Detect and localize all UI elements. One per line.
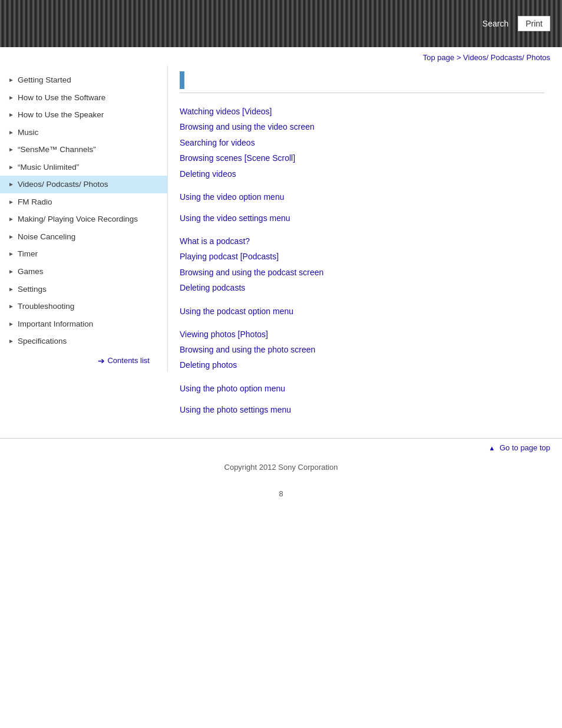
content-section-photo-settings: Using the photo settings menu [180, 405, 544, 414]
sidebar-arrow-icon: ► [8, 111, 14, 118]
content-section-video-settings: Using the video settings menu [180, 213, 544, 223]
sidebar-item-troubleshooting[interactable]: ► Troubleshooting [0, 298, 167, 315]
content-link[interactable]: Playing podcast [Podcasts] [180, 250, 544, 263]
content-link[interactable]: Browsing scenes [Scene Scroll] [180, 151, 544, 164]
sidebar-arrow-icon: ► [8, 233, 14, 241]
sidebar-item-label: Videos/ Podcasts/ Photos [18, 179, 161, 190]
sidebar-item-label: “SensMe™ Channels” [18, 144, 161, 155]
sidebar-item-label: Settings [18, 284, 161, 295]
sidebar-item-how-to-use-software[interactable]: ► How to Use the Software [0, 89, 167, 107]
content-link[interactable]: Viewing photos [Photos] [180, 328, 544, 341]
content-link[interactable]: What is a podcast? [180, 235, 544, 248]
contents-list-label: Contents list [107, 356, 150, 365]
sidebar-item-label: Noise Canceling [18, 232, 161, 242]
sidebar-arrow-icon: ► [8, 129, 14, 136]
sidebar-item-timer[interactable]: ► Timer [0, 245, 167, 263]
sidebar-arrow-icon: ► [8, 146, 14, 153]
sidebar-item-making-playing-voice[interactable]: ► Making/ Playing Voice Recordings [0, 210, 167, 228]
header: Search Print [0, 0, 562, 47]
search-button[interactable]: Search [478, 17, 513, 31]
sidebar-arrow-icon: ► [8, 337, 14, 345]
sidebar-item-music-unlimited[interactable]: ► “Music Unlimited” [0, 159, 167, 176]
print-button[interactable]: Print [518, 16, 550, 31]
sidebar-item-videos-podcasts-photos[interactable]: ► Videos/ Podcasts/ Photos [0, 176, 167, 193]
sidebar-arrow-icon: ► [8, 163, 14, 171]
go-to-top-icon: ▲ [488, 444, 495, 452]
content-link[interactable]: Watching videos [Videos] [180, 105, 544, 118]
sidebar-item-games[interactable]: ► Games [0, 263, 167, 281]
footer-bar: ▲ Go to page top [0, 438, 562, 457]
go-to-top-link[interactable]: ▲ Go to page top [488, 443, 550, 452]
sidebar-item-specifications[interactable]: ► Specifications [0, 332, 167, 350]
sidebar-item-fm-radio[interactable]: ► FM Radio [0, 193, 167, 211]
copyright-bar: Copyright 2012 Sony Corporation [0, 457, 562, 483]
section-heading-link[interactable]: Using the photo option menu [180, 384, 544, 393]
sidebar-arrow-icon: ► [8, 76, 14, 84]
sidebar-item-sensme-channels[interactable]: ► “SensMe™ Channels” [0, 141, 167, 159]
breadcrumb-link[interactable]: Top page > Videos/ Podcasts/ Photos [423, 53, 550, 62]
breadcrumb: Top page > Videos/ Podcasts/ Photos [0, 47, 562, 65]
sidebar-item-music[interactable]: ► Music [0, 124, 167, 141]
section-heading-link[interactable]: Using the video settings menu [180, 213, 544, 223]
content-section-videos-section: Watching videos [Videos]Browsing and usi… [180, 105, 544, 180]
sidebar-arrow-icon: ► [8, 302, 14, 310]
sidebar-item-label: Timer [18, 249, 161, 259]
section-title-bar [180, 71, 184, 89]
content-section-podcasts-section: What is a podcast?Playing podcast [Podca… [180, 235, 544, 295]
content-link[interactable]: Browsing and using the podcast screen [180, 266, 544, 279]
contents-list-arrow-icon: ➔ [98, 356, 105, 365]
sidebar-item-important-information[interactable]: ► Important Information [0, 315, 167, 333]
section-heading-link[interactable]: Using the photo settings menu [180, 405, 544, 414]
go-to-top-label: Go to page top [500, 443, 550, 452]
content-link[interactable]: Browsing and using the photo screen [180, 343, 544, 356]
sidebar-item-label: “Music Unlimited” [18, 162, 161, 173]
sidebar-item-label: How to Use the Speaker [18, 110, 161, 120]
content-link[interactable]: Deleting photos [180, 358, 544, 371]
section-heading-link[interactable]: Using the video option menu [180, 192, 544, 202]
main-layout: ► Getting Started ► How to Use the Softw… [0, 65, 562, 438]
sidebar-arrow-icon: ► [8, 180, 14, 188]
content-section-video-option: Using the video option menu [180, 192, 544, 202]
sidebar-item-label: FM Radio [18, 197, 161, 207]
sidebar-item-settings[interactable]: ► Settings [0, 281, 167, 298]
copyright-text: Copyright 2012 Sony Corporation [224, 463, 338, 472]
sidebar-arrow-icon: ► [8, 285, 14, 293]
page-number-text: 8 [279, 489, 283, 498]
content-link[interactable]: Searching for videos [180, 136, 544, 149]
contents-list-link[interactable]: ➔ Contents list [0, 350, 161, 371]
sidebar-item-label: Specifications [18, 336, 161, 347]
content-section-photo-option: Using the photo option menu [180, 384, 544, 393]
content-link[interactable]: Deleting podcasts [180, 281, 544, 294]
sidebar-item-label: How to Use the Software [18, 93, 161, 103]
sidebar-item-getting-started[interactable]: ► Getting Started [0, 71, 167, 89]
sidebar-arrow-icon: ► [8, 320, 14, 328]
content-area: Watching videos [Videos]Browsing and usi… [168, 65, 562, 438]
content-link[interactable]: Browsing and using the video screen [180, 120, 544, 133]
content-section-podcast-option: Using the podcast option menu [180, 307, 544, 316]
sidebar-item-noise-canceling[interactable]: ► Noise Canceling [0, 228, 167, 246]
sidebar-arrow-icon: ► [8, 268, 14, 275]
section-title-line [180, 71, 544, 93]
sidebar-arrow-icon: ► [8, 94, 14, 101]
content-section-photos-section: Viewing photos [Photos]Browsing and usin… [180, 328, 544, 372]
page-number: 8 [0, 483, 562, 504]
content-link[interactable]: Deleting videos [180, 167, 544, 180]
section-heading-link[interactable]: Using the podcast option menu [180, 307, 544, 316]
sidebar-item-label: Troubleshooting [18, 301, 161, 312]
sidebar-item-how-to-use-speaker[interactable]: ► How to Use the Speaker [0, 106, 167, 124]
sidebar: ► Getting Started ► How to Use the Softw… [0, 65, 168, 371]
sidebar-item-label: Music [18, 127, 161, 138]
sidebar-item-label: Making/ Playing Voice Recordings [18, 214, 161, 225]
sidebar-item-label: Important Information [18, 319, 161, 330]
sidebar-arrow-icon: ► [8, 198, 14, 206]
sidebar-arrow-icon: ► [8, 250, 14, 258]
sidebar-item-label: Games [18, 266, 161, 277]
sidebar-item-label: Getting Started [18, 75, 161, 85]
sidebar-arrow-icon: ► [8, 215, 14, 223]
